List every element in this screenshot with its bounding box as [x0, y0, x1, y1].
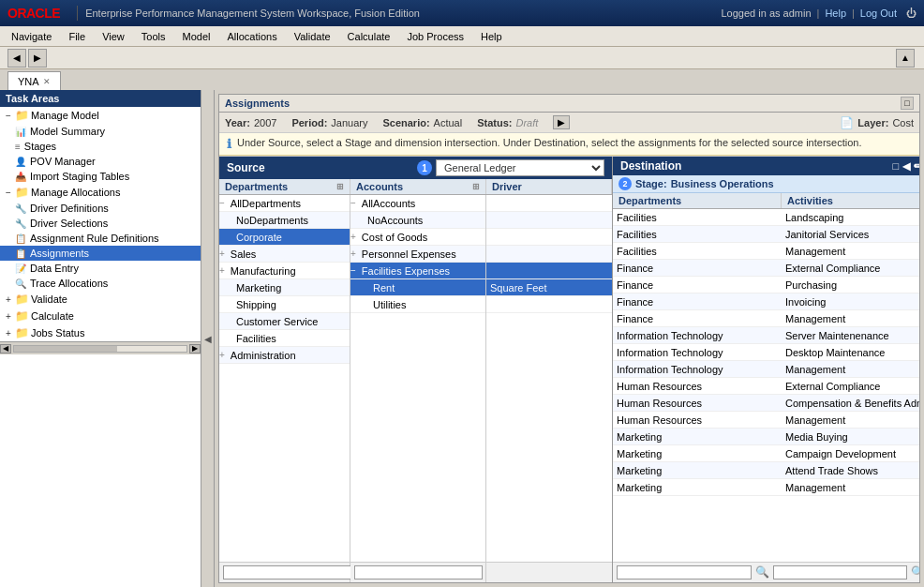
menu-allocations[interactable]: Allocations	[219, 29, 284, 44]
oracle-logo: ORACLE	[7, 6, 60, 21]
back-btn[interactable]: ◀	[7, 49, 26, 68]
dest-row-8[interactable]: Information Technology Desktop Maintenan…	[613, 344, 919, 361]
dest-row-15[interactable]: Marketing Attend Trade Shows	[613, 462, 919, 479]
acct-row-rent[interactable]: Rent	[350, 279, 485, 296]
menu-model[interactable]: Model	[175, 29, 218, 44]
menu-file[interactable]: File	[61, 29, 93, 44]
sidebar-item-stages[interactable]: ≡ Stages	[0, 139, 201, 154]
menu-help[interactable]: Help	[473, 29, 510, 44]
dept-row-facilities[interactable]: Facilities	[219, 330, 350, 347]
acct-row-personnel[interactable]: + Personnel Expenses	[350, 246, 485, 263]
manage-alloc-toggle[interactable]: −	[4, 188, 13, 198]
sidebar-item-pov-manager[interactable]: 👤 POV Manager	[0, 154, 201, 169]
dest-row-0[interactable]: Facilities Landscaping	[613, 209, 919, 226]
dept-row-noDepts[interactable]: NoDepartments	[219, 212, 350, 229]
dest-row-7[interactable]: Information Technology Server Maintenena…	[613, 327, 919, 344]
menu-validate[interactable]: Validate	[287, 29, 338, 44]
sidebar-item-data-entry[interactable]: 📝 Data Entry	[0, 261, 201, 276]
dept-row-shipping[interactable]: Shipping	[219, 296, 350, 313]
menu-calculate[interactable]: Calculate	[340, 29, 398, 44]
driver-sel-icon: 🔧	[15, 218, 26, 229]
acct-row-noAccts[interactable]: NoAccounts	[350, 212, 485, 229]
maximize-btn[interactable]: ▲	[896, 49, 915, 68]
dest-row-5[interactable]: Finance Invoicing	[613, 294, 919, 310]
dest-row-16[interactable]: Marketing Management	[613, 479, 919, 496]
help-link[interactable]: Help	[825, 8, 846, 19]
dept-col-label: Departments	[225, 181, 288, 192]
manage-model-label: Manage Model	[31, 110, 99, 121]
dest-row-4[interactable]: Finance Purchasing	[613, 277, 919, 294]
sidebar-item-model-summary[interactable]: 📊 Model Summary	[0, 124, 201, 139]
acct-row-allAccts[interactable]: − AllAccounts	[350, 195, 485, 212]
sidebar-item-manage-model[interactable]: − 📁 Manage Model	[0, 107, 201, 124]
dest-row-3[interactable]: Finance External Compliance	[613, 260, 919, 277]
acct-row-cog[interactable]: + Cost of Goods	[350, 229, 485, 246]
sidebar-item-assignment-rules[interactable]: 📋 Assignment Rule Definitions	[0, 231, 201, 246]
dest-row-6[interactable]: Finance Management	[613, 310, 919, 327]
dest-edit-icon[interactable]: ✏	[914, 160, 919, 173]
menu-tools[interactable]: Tools	[134, 29, 173, 44]
dest-row-2[interactable]: Facilities Management	[613, 243, 919, 260]
acct-sort-icon[interactable]: ⊞	[472, 182, 480, 191]
menu-view[interactable]: View	[95, 29, 132, 44]
acct-row-facilities-exp[interactable]: − Facilities Expenses	[350, 263, 485, 279]
manage-model-toggle[interactable]: −	[4, 111, 13, 121]
top-bar: ORACLE Enterprise Performance Management…	[0, 0, 924, 26]
acct-search: 🔍	[350, 563, 486, 582]
sidebar-item-driver-selections[interactable]: 🔧 Driver Selections	[0, 216, 201, 231]
dept-row-allDepts[interactable]: − AllDepartments	[219, 195, 350, 212]
dept-row-marketing[interactable]: Marketing	[219, 279, 350, 296]
dept-row-corporate[interactable]: Corporate	[219, 229, 350, 246]
acct-search-input[interactable]	[354, 565, 483, 579]
validate-toggle[interactable]: +	[4, 294, 13, 305]
dest-dept-col-label: Departments	[618, 195, 681, 206]
sidebar-item-calculate[interactable]: + 📁 Calculate	[0, 308, 201, 324]
dest-act-search-icon[interactable]: 🔍	[911, 565, 919, 579]
sidebar-scroll-left[interactable]: ◀	[0, 344, 11, 354]
sidebar-toggle[interactable]: ◀	[201, 90, 215, 587]
source-header: Source 1 General Ledger	[219, 157, 612, 179]
sidebar-item-trace-alloc[interactable]: 🔍 Trace Allocations	[0, 276, 201, 291]
sidebar-item-jobs-status[interactable]: + 📁 Jobs Status	[0, 324, 201, 341]
sidebar-item-manage-allocations[interactable]: − 📁 Manage Allocations	[0, 184, 201, 201]
jobs-toggle[interactable]: +	[4, 328, 13, 339]
source-stage-dropdown[interactable]: General Ledger	[436, 159, 604, 176]
sidebar-item-driver-defs[interactable]: 🔧 Driver Definitions	[0, 201, 201, 216]
dest-row-9[interactable]: Information Technology Management	[613, 361, 919, 378]
calculate-toggle[interactable]: +	[4, 311, 13, 322]
dest-dept-search[interactable]	[617, 565, 752, 579]
logout-link[interactable]: Log Out	[860, 8, 897, 19]
dest-row-1[interactable]: Facilities Janitorial Services	[613, 226, 919, 243]
nav-forward-btn[interactable]: ▶	[553, 115, 570, 129]
panel-restore-btn[interactable]: □	[901, 97, 914, 110]
status-field: Status: Draft	[477, 117, 538, 128]
dept-row-sales[interactable]: + Sales	[219, 246, 350, 263]
dest-row-14[interactable]: Marketing Campaign Development	[613, 445, 919, 462]
tab-yna-close[interactable]: ✕	[43, 77, 51, 86]
acct-row-utilities[interactable]: Utilities	[350, 296, 485, 313]
layer-label: Layer:	[857, 117, 888, 128]
dept-sort-icon[interactable]: ⊞	[336, 182, 344, 191]
dest-act-search[interactable]	[773, 565, 908, 579]
dept-row-customer-service[interactable]: Customer Service	[219, 313, 350, 330]
dept-col-header: Departments ⊞	[219, 179, 350, 194]
dest-row-10[interactable]: Human Resources External Compliance	[613, 378, 919, 395]
menu-jobprocess[interactable]: Job Process	[399, 29, 471, 44]
dest-new-icon[interactable]: □	[893, 160, 900, 173]
dept-row-administration[interactable]: + Administration	[219, 347, 350, 364]
sidebar-item-validate[interactable]: + 📁 Validate	[0, 291, 201, 308]
forward-btn[interactable]: ▶	[28, 49, 47, 68]
dest-row-13[interactable]: Marketing Media Buying	[613, 429, 919, 445]
sidebar-scroll-right[interactable]: ▶	[189, 344, 201, 354]
menu-navigate[interactable]: Navigate	[4, 29, 59, 44]
pov-icon: 👤	[15, 157, 26, 167]
dept-search-input[interactable]	[223, 565, 351, 579]
sidebar-item-import-staging[interactable]: 📥 Import Staging Tables	[0, 169, 201, 184]
dest-row-12[interactable]: Human Resources Management	[613, 412, 919, 429]
dept-row-manufacturing[interactable]: + Manufacturing	[219, 263, 350, 279]
dest-prev-icon[interactable]: ◀	[902, 160, 910, 173]
sidebar-item-assignments[interactable]: 📋 Assignments	[0, 246, 201, 261]
dest-dept-search-icon[interactable]: 🔍	[755, 565, 769, 579]
tab-yna[interactable]: YNA ✕	[7, 71, 61, 90]
dest-row-11[interactable]: Human Resources Compensation & Benefits …	[613, 395, 919, 412]
